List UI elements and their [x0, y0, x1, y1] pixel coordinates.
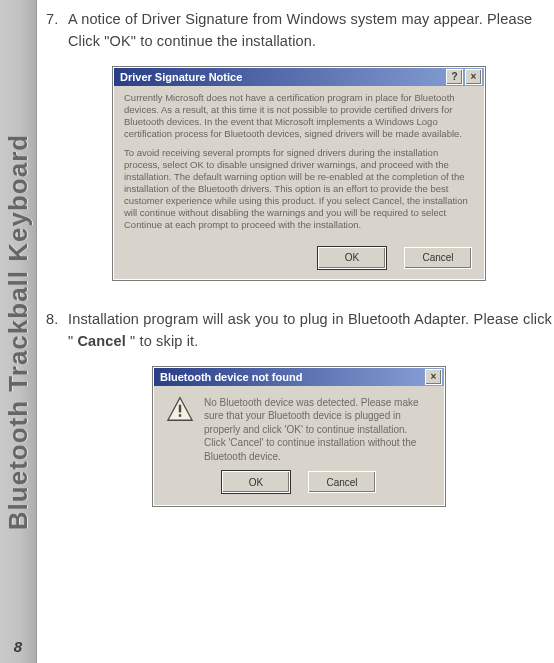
dialog2-title: Bluetooth device not found [160, 371, 302, 383]
dialog2-buttons: OK Cancel [154, 469, 444, 505]
ok-button[interactable]: OK [222, 471, 290, 493]
dialog2-container: Bluetooth device not found × No Bluetoot… [46, 367, 552, 507]
svg-rect-2 [179, 414, 181, 417]
step-text-b: " to skip it. [126, 333, 198, 349]
step-number: 7. [46, 8, 64, 53]
dialog1-title-buttons: ? × [446, 69, 482, 85]
dialog1-container: Driver Signature Notice ? × Currently Mi… [46, 67, 552, 280]
cancel-button[interactable]: Cancel [308, 471, 376, 493]
dialog1-titlebar: Driver Signature Notice ? × [114, 68, 484, 86]
bluetooth-not-found-dialog: Bluetooth device not found × No Bluetoot… [153, 367, 445, 507]
dialog2-body: No Bluetooth device was detected. Please… [154, 386, 444, 470]
side-tab-title: Bluetooth Trackball Keyboard [3, 133, 34, 529]
dialog2-titlebar: Bluetooth device not found × [154, 368, 444, 386]
dialog2-message: No Bluetooth device was detected. Please… [204, 396, 430, 464]
dialog1-para1: Currently Microsoft does not have a cert… [124, 92, 474, 140]
step-text-bold: Cancel [77, 333, 125, 349]
svg-rect-1 [179, 404, 181, 412]
help-button[interactable]: ? [446, 69, 463, 85]
dialog1-body: Currently Microsoft does not have a cert… [114, 86, 484, 243]
page-content: 7. A notice of Driver Signature from Win… [36, 0, 554, 663]
driver-signature-dialog: Driver Signature Notice ? × Currently Mi… [113, 67, 485, 280]
step-number: 8. [46, 308, 64, 353]
warning-icon [166, 396, 194, 422]
step-7: 7. A notice of Driver Signature from Win… [46, 8, 552, 53]
ok-button[interactable]: OK [318, 247, 386, 269]
side-tab: Bluetooth Trackball Keyboard 8 [0, 0, 37, 663]
dialog1-para2: To avoid receiving several prompts for s… [124, 147, 474, 230]
cancel-button[interactable]: Cancel [404, 247, 472, 269]
dialog1-buttons: OK Cancel [114, 243, 484, 279]
step-text: A notice of Driver Signature from Window… [68, 8, 552, 53]
close-button[interactable]: × [465, 69, 482, 85]
dialog1-title: Driver Signature Notice [120, 71, 242, 83]
close-button[interactable]: × [425, 369, 442, 385]
page-number: 8 [0, 638, 36, 655]
step-text: Installation program will ask you to plu… [68, 308, 552, 353]
dialog2-title-buttons: × [425, 369, 442, 385]
step-8: 8. Installation program will ask you to … [46, 308, 552, 353]
